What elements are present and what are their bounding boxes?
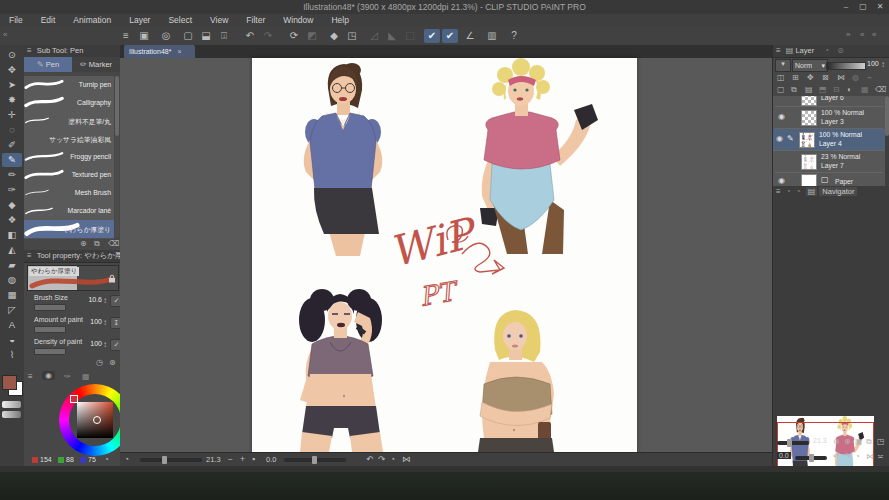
merge-with-lower-icon[interactable]: ⊟ [833,85,840,94]
subtool-scrollbar[interactable] [115,76,119,238]
ruler-visibility-icon[interactable]: ⌁ [867,73,872,82]
rotation-slider[interactable] [284,458,346,462]
menu-help[interactable]: Help [322,14,357,27]
opacity-value[interactable]: 100 [867,60,879,67]
density-of-paint-value[interactable]: 100 [80,340,102,347]
flip-horizontal-icon[interactable]: ⋈ [402,453,411,466]
foreground-color-swatch[interactable] [2,375,17,390]
density-of-paint-stepper[interactable]: ↕ [103,340,107,349]
menu-animation[interactable]: Animation [64,14,120,27]
layer-row[interactable]: Layer 6 [775,96,883,107]
correct-line-tool-icon[interactable]: ⌇ [2,348,22,362]
new-raster-layer-icon[interactable]: ▢ [777,85,785,94]
help-icon[interactable]: ? [506,29,522,43]
tab-marker[interactable]: ✏ Marker [72,57,120,72]
deselect-icon[interactable]: ⟳ [286,29,302,43]
transfer-to-lower-icon[interactable]: ⬒ [819,85,827,94]
panel-menu-icon[interactable]: ≡ [24,251,35,260]
rotate-right-icon[interactable]: ↷ [844,452,851,461]
gradient-strip-1[interactable] [2,401,21,408]
navigator-zoom-slider[interactable] [777,441,809,445]
panel-help-icon[interactable]: ⊘ [831,46,844,55]
brush-preview[interactable]: やわらか厚塗り [27,265,119,291]
menu-window[interactable]: Window [274,14,322,27]
figure-tool-icon[interactable]: ▦ [2,288,22,302]
frame-border-tool-icon[interactable]: ◸ [2,303,22,317]
curve-snap-toggle-icon[interactable]: ✔ [442,29,458,43]
save-document-icon[interactable]: ⍗ [216,29,232,43]
panel-menu-icon[interactable]: ≡ [773,46,784,55]
brush-item-selected[interactable]: やわらか厚塗り [24,220,114,239]
gradient-strip-2[interactable] [2,411,21,418]
zoom-out-icon[interactable]: ⊖ [833,437,840,446]
brush-item[interactable]: Turnip pen [24,76,114,95]
apply-mask-icon[interactable]: ▦ [861,85,869,94]
rotate-left-icon[interactable]: ↶ [833,452,840,461]
zoom-slider[interactable] [140,458,202,462]
zoom-tool-icon[interactable]: ⊙ [2,48,22,62]
pencil-tool-icon[interactable]: ✏ [2,168,22,182]
menu-select[interactable]: Select [159,14,201,27]
detail-settings-icon[interactable]: ⊛ [109,358,116,367]
enable-mask-icon[interactable]: ◍ [852,73,859,82]
brush-item[interactable]: サッサラ絵筆油彩風 [24,130,114,149]
brush-item[interactable]: Calligraphy [24,94,114,113]
expand-right-icon[interactable]: » [846,30,850,39]
lock-transparent-pixels-icon[interactable]: ⋈ [837,73,845,82]
close-button[interactable]: ✕ [872,0,888,14]
new-document-icon[interactable]: ▢ [180,29,196,43]
rotate-right-icon[interactable]: ↷ [378,453,385,466]
zoom-in-icon[interactable]: + [240,453,245,466]
brush-item[interactable]: 塗料不足筆/丸 [24,112,114,131]
panel-extra-icon[interactable]: ◔ [816,46,829,55]
menu-edit[interactable]: Edit [32,14,65,27]
color-slider-tab-icon[interactable]: ✑ [64,372,71,381]
blend-mode-dropdown[interactable]: Norm ▾ [792,59,828,72]
duplicate-subtool-icon[interactable]: ⧉ [94,239,100,249]
move-layer-tool-icon[interactable]: ✛ [2,108,22,122]
panel-menu-icon[interactable]: ≡ [773,187,784,196]
blend-tool-icon[interactable]: ◭ [2,243,22,257]
layer-row[interactable]: ◉ ▢ Paper [775,173,883,186]
eraser-shortcut-icon[interactable]: ◆ [326,29,342,43]
collapse-right2-icon[interactable]: « [872,30,876,39]
brush-item[interactable]: Mesh Brush [24,184,114,203]
brush-size-stepper[interactable]: ↕ [103,296,107,305]
fill-tool-icon[interactable]: ▰ [2,258,22,272]
layer-visibility-icon[interactable]: ◉ [778,176,785,185]
gradient-tool-icon[interactable]: ◍ [2,273,22,287]
clip-to-layer-below-icon[interactable]: ◫ [777,73,785,82]
decoration-tool-icon[interactable]: ❖ [2,213,22,227]
reset-rotation-icon[interactable]: ◔ [855,452,860,461]
rotate-left-icon[interactable]: ↶ [366,453,373,466]
amount-of-paint-track[interactable] [34,326,66,333]
collapse-left-icon[interactable]: « [3,30,7,39]
workspace-settings-icon[interactable]: ◎ [158,29,174,43]
brush-size-track[interactable] [34,304,66,311]
brush-item[interactable]: Textured pen [24,166,114,185]
airbrush-tool-icon[interactable]: ◆ [2,198,22,212]
zoom-in-icon[interactable]: ⊕ [844,437,851,446]
snap-to-special-ruler-icon[interactable]: ◣ [384,29,400,43]
delete-layer-icon[interactable]: ⌫ [875,85,886,94]
fit-to-window-icon[interactable]: ▪ [252,453,255,466]
color-set-tab-icon[interactable]: ▦ [82,372,90,381]
add-subtool-icon[interactable]: ⊕ [80,239,87,248]
fit-to-window-icon[interactable]: ▣ [855,437,863,446]
layer-row[interactable]: ◉ 100 % Normal Layer 3 [775,107,883,129]
brush-item[interactable]: Froggy pencil [24,148,114,167]
subview-tab-icon[interactable]: ◔ [786,187,791,196]
line-correction-icon[interactable]: ∠ [462,29,478,43]
brush-tool-icon[interactable]: ✑ [2,183,22,197]
eraser-tool-icon[interactable]: ◧ [2,228,22,242]
reset-rotation-icon[interactable]: ◔ [390,453,395,466]
new-layer-folder-icon[interactable]: ▤ [805,85,813,94]
menu-view[interactable]: View [201,14,237,27]
balloon-tool-icon[interactable]: ◒ [2,333,22,347]
main-menu-icon[interactable]: ≡ [118,29,134,43]
open-document-icon[interactable]: ⬓ [198,29,214,43]
color-wheel-tab-icon[interactable]: ◉ [42,371,55,380]
undo-icon[interactable]: ↶ [242,29,258,43]
actual-pixels-icon[interactable]: ⧉ [866,437,872,447]
draft-layer-icon[interactable]: ✥ [807,73,814,82]
